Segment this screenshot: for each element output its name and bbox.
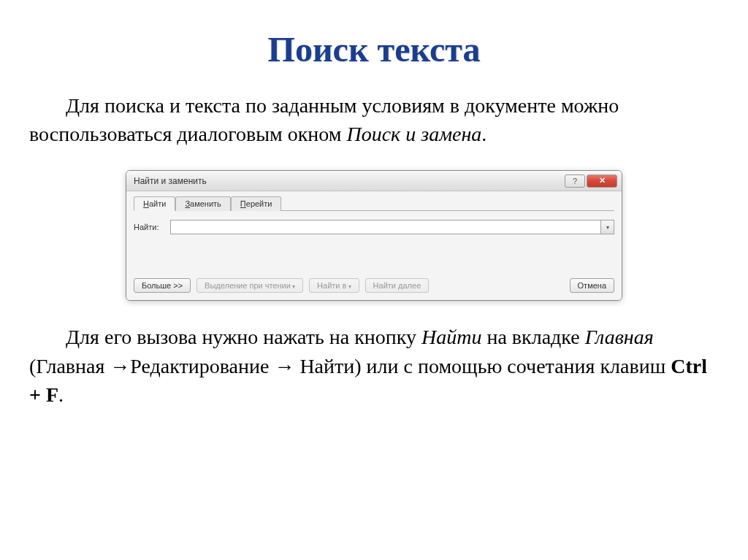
tab-label-rest: ерейти — [246, 199, 272, 208]
titlebar-controls: ? ✕ — [563, 174, 617, 188]
outro-italic2: Главная — [585, 326, 654, 348]
search-label: Найти: — [134, 223, 170, 231]
outro-part4: . — [58, 383, 64, 406]
search-input-wrapper: ▾ — [170, 220, 614, 234]
intro-text-italic: Поиск и замена — [346, 123, 481, 145]
tab-underline: П — [240, 199, 246, 208]
intro-text-after: . — [481, 123, 486, 145]
titlebar: Найти и заменить ? ✕ — [126, 171, 622, 191]
slide-title: Поиск текста — [29, 29, 719, 69]
search-input[interactable] — [170, 220, 601, 234]
intro-text-before: Для поиска и текста по заданным условиям… — [29, 94, 619, 145]
tab-find[interactable]: Найти — [134, 196, 175, 211]
help-button[interactable]: ? — [565, 174, 585, 188]
tab-goto[interactable]: Перейти — [231, 196, 282, 211]
tabs: Найти Заменить Перейти — [134, 196, 614, 211]
titlebar-title: Найти и заменить — [134, 176, 207, 186]
cancel-button[interactable]: Отмена — [570, 278, 614, 293]
more-button[interactable]: Больше >> — [134, 278, 191, 293]
dropdown-arrow-icon[interactable]: ▾ — [601, 220, 614, 234]
outro-part2: на вкладке — [481, 326, 584, 348]
find-in-button[interactable]: Найти в — [309, 278, 359, 293]
button-row: Больше >> Выделение при чтении Найти в Н… — [134, 278, 614, 293]
highlight-reading-button[interactable]: Выделение при чтении — [196, 278, 303, 293]
find-replace-dialog: Найти и заменить ? ✕ Найти Заменить Пере… — [126, 170, 622, 301]
find-next-button[interactable]: Найти далее — [365, 278, 430, 293]
tab-label-rest: аменить — [190, 199, 221, 208]
dialog-container: Найти и заменить ? ✕ Найти Заменить Пере… — [126, 170, 622, 301]
tab-label-rest: айти — [149, 199, 166, 208]
outro-italic1: Найти — [421, 326, 481, 348]
dialog-body: Найти Заменить Перейти Найти: ▾ Больше — [126, 191, 622, 300]
intro-paragraph: Для поиска и текста по заданным условиям… — [29, 91, 719, 148]
outro-part3: (Главная →Редактирование → Найти) или с … — [29, 355, 671, 377]
tab-underline: Н — [143, 199, 149, 208]
outro-part1: Для его вызова нужно нажать на кнопку — [66, 326, 421, 348]
close-button[interactable]: ✕ — [587, 174, 617, 188]
outro-paragraph: Для его вызова нужно нажать на кнопку На… — [29, 323, 719, 409]
tab-replace[interactable]: Заменить — [175, 196, 230, 211]
search-input-row: Найти: ▾ — [134, 220, 614, 234]
